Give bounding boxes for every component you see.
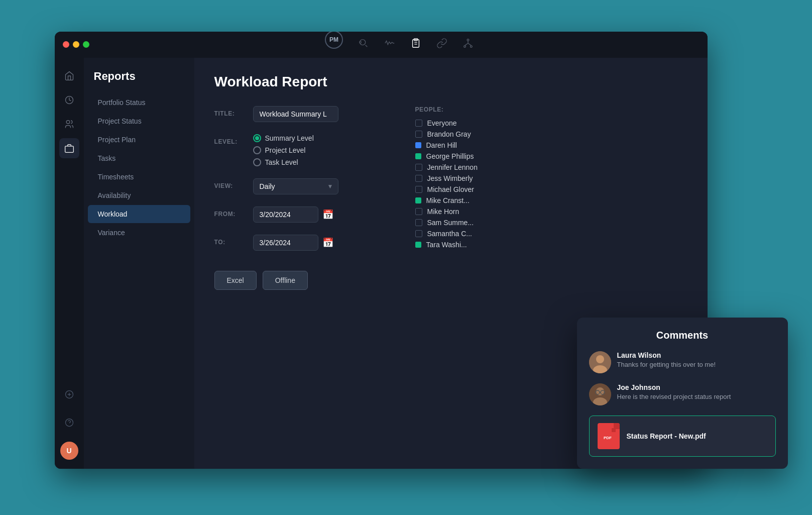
reports-nav: Portfolio StatusProject StatusProject Pl… — [84, 93, 194, 242]
file-name: Status Report - New.pdf — [627, 432, 706, 440]
from-date-wrapper: 📅 — [253, 207, 385, 223]
from-field-group: 📅 — [253, 207, 385, 223]
title-row: TITLE: — [214, 106, 385, 122]
person-checkbox[interactable] — [415, 230, 422, 237]
reports-nav-variance[interactable]: Variance — [88, 224, 190, 242]
offline-button[interactable]: Offline — [263, 271, 308, 290]
comments-panel: Comments Laura Wilson Thanks for getting… — [577, 318, 788, 469]
level-task-option[interactable]: Task Level — [253, 158, 385, 166]
title-input[interactable] — [253, 106, 338, 122]
person-color-dot — [415, 242, 421, 248]
user-avatar[interactable]: U — [59, 441, 79, 461]
svg-point-6 — [467, 39, 469, 41]
person-name: Brandon Gray — [427, 130, 471, 138]
person-checkbox[interactable] — [415, 131, 422, 138]
people-nav-icon[interactable] — [59, 114, 79, 134]
reports-nav-timesheets[interactable]: Timesheets — [88, 168, 190, 186]
add-icon[interactable] — [59, 384, 79, 404]
person-item[interactable]: Everyone — [415, 119, 687, 127]
comment-body-laura: Laura Wilson Thanks for getting this ove… — [617, 351, 716, 373]
comment-item-joe: Joe Johnson Here is the revised project … — [589, 383, 776, 405]
laura-avatar — [589, 351, 611, 373]
link-icon[interactable] — [436, 38, 447, 51]
report-form: TITLE: LEVEL: — [214, 106, 687, 290]
calendar-to-icon[interactable]: 📅 — [322, 237, 333, 248]
svg-text:PDF: PDF — [604, 436, 612, 440]
comment-body-joe: Joe Johnson Here is the revised project … — [617, 383, 731, 405]
person-item[interactable]: Brandon Gray — [415, 130, 687, 138]
level-summary-option[interactable]: Summary Level — [253, 134, 385, 142]
search-icon[interactable] — [358, 38, 369, 51]
person-name: Sam Summe... — [427, 219, 474, 227]
person-item[interactable]: George Phillips — [415, 152, 687, 160]
svg-rect-14 — [65, 146, 73, 152]
person-name: Jennifer Lennon — [427, 163, 478, 171]
help-icon[interactable] — [59, 413, 79, 433]
reports-nav-availability[interactable]: Availability — [88, 186, 190, 204]
reports-nav-project-plan[interactable]: Project Plan — [88, 131, 190, 149]
svg-point-18 — [65, 419, 73, 426]
form-left: TITLE: LEVEL: — [214, 106, 385, 290]
person-item[interactable]: Jennifer Lennon — [415, 163, 687, 171]
person-checkbox[interactable] — [415, 120, 422, 127]
to-date-input[interactable] — [253, 235, 318, 251]
person-checkbox[interactable] — [415, 164, 422, 171]
action-buttons: Excel Offline — [214, 271, 385, 290]
close-button[interactable] — [63, 41, 69, 48]
view-field-group: Daily Weekly Monthly ▼ — [253, 178, 385, 194]
minimize-button[interactable] — [73, 41, 79, 48]
title-field-group — [253, 106, 385, 122]
branch-icon[interactable] — [462, 38, 474, 51]
file-attachment[interactable]: PDF Status Report - New.pdf — [589, 416, 776, 457]
level-project-label: Project Level — [265, 146, 306, 154]
maximize-button[interactable] — [83, 41, 89, 48]
clock-nav-icon[interactable] — [59, 90, 79, 110]
person-item[interactable]: Mike Cranst... — [415, 196, 687, 204]
radio-project[interactable] — [253, 146, 261, 154]
svg-line-10 — [465, 43, 468, 46]
to-label: TO: — [214, 235, 247, 246]
briefcase-nav-icon[interactable] — [59, 138, 79, 158]
reports-nav-workload[interactable]: Workload — [88, 205, 190, 223]
calendar-from-icon[interactable]: 📅 — [322, 209, 333, 220]
person-item[interactable]: Tara Washi... — [415, 241, 687, 249]
svg-rect-31 — [612, 428, 616, 432]
reports-sidebar: Reports Portfolio StatusProject StatusPr… — [84, 58, 194, 469]
person-item[interactable]: Michael Glover — [415, 185, 687, 193]
level-project-option[interactable]: Project Level — [253, 146, 385, 154]
comment-item-laura: Laura Wilson Thanks for getting this ove… — [589, 351, 776, 373]
person-checkbox[interactable] — [415, 186, 422, 193]
comments-title: Comments — [589, 330, 776, 341]
laura-author: Laura Wilson — [617, 351, 716, 359]
waveform-icon[interactable] — [384, 38, 395, 51]
reports-nav-project-status[interactable]: Project Status — [88, 112, 190, 130]
from-date-input[interactable] — [253, 207, 318, 223]
person-name: Daren Hill — [426, 141, 457, 149]
level-options: Summary Level Project Level Task Level — [253, 134, 385, 166]
radio-task[interactable] — [253, 158, 261, 166]
person-item[interactable]: Samantha C... — [415, 230, 687, 238]
level-summary-label: Summary Level — [265, 134, 314, 142]
to-field-group: 📅 — [253, 235, 385, 251]
home-nav-icon[interactable] — [59, 66, 79, 86]
reports-nav-tasks[interactable]: Tasks — [88, 149, 190, 167]
app-logo[interactable]: PM — [325, 32, 343, 49]
person-checkbox[interactable] — [415, 208, 422, 215]
pdf-icon: PDF — [598, 423, 620, 449]
person-checkbox[interactable] — [415, 175, 422, 182]
person-item[interactable]: Sam Summe... — [415, 219, 687, 227]
svg-point-0 — [360, 40, 366, 45]
level-label: LEVEL: — [214, 134, 247, 145]
title-bar: PM — [55, 32, 708, 58]
person-item[interactable]: Daren Hill — [415, 141, 687, 149]
person-checkbox[interactable] — [415, 219, 422, 226]
joe-text: Here is the revised project status repor… — [617, 393, 731, 400]
reports-nav-portfolio-status[interactable]: Portfolio Status — [88, 93, 190, 112]
view-select[interactable]: Daily Weekly Monthly — [253, 178, 338, 194]
person-item[interactable]: Jess Wimberly — [415, 174, 687, 182]
clipboard-icon[interactable] — [410, 38, 421, 51]
excel-button[interactable]: Excel — [214, 271, 257, 290]
radio-summary[interactable] — [253, 134, 261, 142]
titlebar-nav: PM — [99, 32, 700, 59]
person-item[interactable]: Mike Horn — [415, 208, 687, 216]
